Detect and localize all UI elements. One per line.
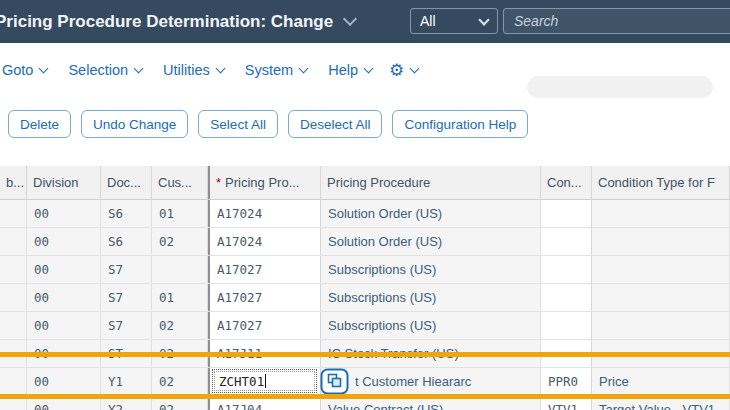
column-header-condition-type-desc[interactable]: Condition Type for F [592,166,730,199]
menu-selection[interactable]: Selection [68,62,142,78]
cell-condition-type-desc [592,312,730,339]
copy-icon[interactable] [320,368,349,395]
cell-division: 00 [27,228,101,255]
column-header-label: b... [6,175,24,190]
cell-pricing-procedure-key[interactable]: A17027 [208,284,321,311]
cell-condition-type-desc: Price [592,368,730,395]
cell-pricing-procedure-key[interactable]: A17027 [208,256,321,283]
cell-distribution-channel [0,200,27,227]
page-title-text: Pricing Procedure Determination: Change [0,12,333,32]
focused-input[interactable]: ZCHT01 [212,369,317,393]
cell-distribution-channel [0,256,27,283]
page-title[interactable]: Pricing Procedure Determination: Change [0,0,355,43]
cell-distribution-channel [0,312,27,339]
chevron-down-icon [364,64,374,74]
table-body: 00S601A17024Solution Order (US)00S602A17… [0,200,730,410]
cell-pricing-procedure-desc: Subscriptions (US) [321,312,541,339]
title-chevron-down-icon [343,12,357,26]
menu-goto[interactable]: Goto [2,62,47,78]
chevron-down-icon [39,64,49,74]
cell-pricing-procedure-key[interactable]: ZCHT01 [208,368,321,395]
menu-label: Help [328,62,358,78]
search-scope-value: All [420,13,436,29]
menu-label: Utilities [163,62,210,78]
cell-pricing-procedure-key[interactable]: A17027 [208,312,321,339]
column-header-customer-pricing[interactable]: Cus... [152,166,208,199]
cell-pricing-procedure-desc: Subscriptions (US) [321,256,541,283]
column-header-document-type[interactable]: Doc... [101,166,152,199]
menu-label: Selection [68,62,128,78]
button-label: Delete [20,117,59,132]
cell-document-type: S7 [101,312,152,339]
cell-division: 00 [27,284,101,311]
column-header-condition-type[interactable]: Con... [541,166,592,199]
button-label: Undo Change [93,117,176,132]
focused-input-value: ZCHT01 [214,371,315,391]
cell-division: 00 [27,200,101,227]
undo-change-button[interactable]: Undo Change [81,110,188,138]
annotation-line-bottom [0,394,730,399]
text-cursor [265,374,266,388]
cell-condition-type[interactable] [541,256,592,283]
table-row: 00S702A17027Subscriptions (US) [0,312,730,340]
menu-system[interactable]: System [245,62,307,78]
deselect-all-button[interactable]: Deselect All [288,110,383,138]
cell-division: 00 [27,256,101,283]
column-header-label: Doc... [107,175,141,190]
app-window: Pricing Procedure Determination: Change … [0,0,730,410]
chevron-down-icon [299,64,309,74]
menubar-items: GotoSelectionUtilitiesSystemHelp [2,62,393,78]
cell-condition-type-desc [592,256,730,283]
faded-info-strip [527,76,713,98]
search-scope-dropdown[interactable]: All [410,8,498,34]
cell-document-type: S6 [101,228,152,255]
pricing-determination-table: b...DivisionDoc...Cus...*Pricing Pro...P… [0,166,730,410]
scope-chevron-down-icon [478,14,489,25]
table-row: 00S602A17024Solution Order (US) [0,228,730,256]
shell-header: Pricing Procedure Determination: Change … [0,0,730,43]
cell-condition-type[interactable]: PPR0 [541,368,592,395]
table-row: 00S701A17027Subscriptions (US) [0,284,730,312]
menu-label: Goto [2,62,33,78]
column-header-distribution-channel[interactable]: b... [0,166,27,199]
cell-customer-pricing [152,256,208,283]
cell-condition-type-desc [592,228,730,255]
cell-customer-pricing: 02 [152,312,208,339]
column-header-label: Cus... [158,175,192,190]
gear-icon: ⚙ [389,62,404,79]
column-header-pricing-procedure-desc[interactable]: Pricing Procedure [321,166,541,199]
search-input[interactable]: Search [503,8,730,34]
annotation-line-top [0,352,730,357]
column-header-label: Condition Type for F [598,175,715,190]
cell-division: 00 [27,312,101,339]
column-header-label: Pricing Procedure [327,175,430,190]
column-header-pricing-procedure-key[interactable]: *Pricing Pro... [208,166,321,199]
chevron-down-icon [134,64,144,74]
column-header-label: Division [33,175,79,190]
cell-condition-type-desc [592,284,730,311]
table-row: 00Y102ZCHT01t Customer HieararcPPR0Price [0,368,730,396]
cell-condition-type[interactable] [541,228,592,255]
cell-condition-type[interactable] [541,200,592,227]
cell-pricing-procedure-desc: Subscriptions (US) [321,284,541,311]
cell-pricing-procedure-key[interactable]: A17024 [208,200,321,227]
table-header-row: b...DivisionDoc...Cus...*Pricing Pro...P… [0,166,730,200]
cell-condition-type[interactable] [541,312,592,339]
cell-document-type: S6 [101,200,152,227]
menu-help[interactable]: Help [328,62,372,78]
settings-menu[interactable]: ⚙ [389,62,418,79]
cell-condition-type[interactable] [541,284,592,311]
cell-distribution-channel [0,284,27,311]
chevron-down-icon [215,64,225,74]
cell-pricing-procedure-key[interactable]: A17024 [208,228,321,255]
menu-utilities[interactable]: Utilities [163,62,224,78]
configuration-help-button[interactable]: Configuration Help [392,110,528,138]
button-label: Deselect All [300,117,371,132]
column-header-division[interactable]: Division [27,166,101,199]
table-row: 00S601A17024Solution Order (US) [0,200,730,228]
cell-document-type: S7 [101,256,152,283]
select-all-button[interactable]: Select All [198,110,278,138]
delete-button[interactable]: Delete [8,110,71,138]
cell-document-type: Y1 [101,368,152,395]
cell-condition-type-desc [592,200,730,227]
